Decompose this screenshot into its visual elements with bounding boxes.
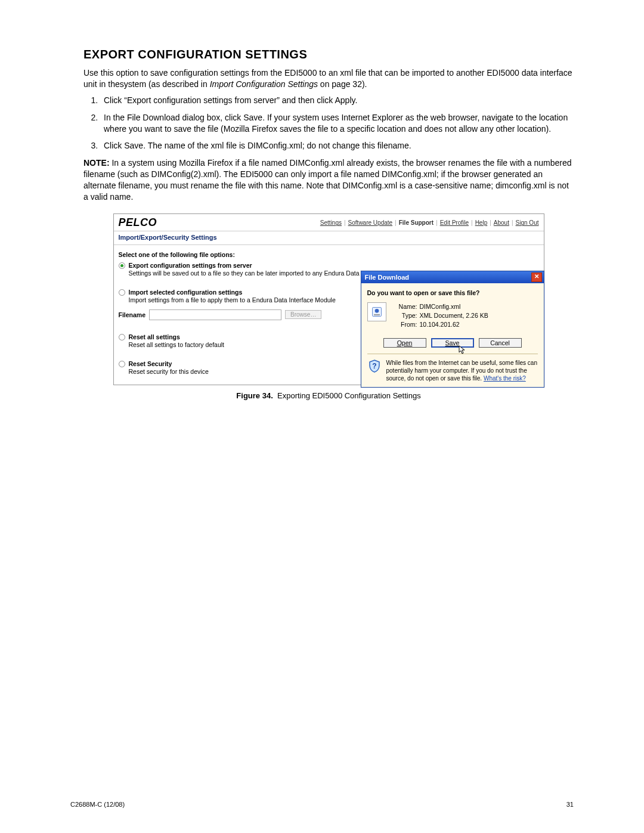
- dialog-title: File Download: [365, 274, 410, 281]
- dialog-titlebar[interactable]: File Download ✕: [361, 271, 544, 283]
- dialog-save-button[interactable]: Save: [431, 338, 474, 348]
- app-screenshot: PELCO Settings| Software Update| File Su…: [113, 213, 544, 385]
- nav-sign-out[interactable]: Sign Out: [516, 219, 539, 226]
- top-nav: Settings| Software Update| File Support|…: [320, 219, 539, 226]
- dialog-close-button[interactable]: ✕: [531, 272, 542, 282]
- nav-edit-profile[interactable]: Edit Profile: [440, 219, 469, 226]
- dialog-file-details: Name:DIMConfig.xml Type:XML Document, 2.…: [392, 302, 488, 330]
- radio-import-label[interactable]: Import selected configuration settings: [129, 289, 243, 296]
- svg-rect-2: [374, 314, 380, 315]
- section-title: EXPORT CONFIGURATION SETTINGS: [83, 48, 574, 61]
- step-2: In the File Download dialog box, click S…: [100, 112, 574, 135]
- note-label: NOTE:: [83, 158, 110, 168]
- figure-caption-prefix: Figure 34.: [236, 391, 273, 400]
- shield-icon: ?: [367, 359, 382, 373]
- steps-list: Click “Export configuration settings fro…: [83, 95, 574, 152]
- note-paragraph: NOTE: In a system using Mozilla Firefox …: [83, 157, 574, 203]
- svg-text:?: ?: [372, 362, 376, 370]
- app-header: PELCO Settings| Software Update| File Su…: [114, 214, 544, 231]
- step-1: Click “Export configuration settings fro…: [100, 95, 574, 106]
- pelco-logo: PELCO: [119, 216, 157, 229]
- nav-about[interactable]: About: [494, 219, 509, 226]
- figure-caption: Figure 34. Exporting EDI5000 Configurati…: [113, 391, 544, 400]
- dialog-warning-text: While files from the Internet can be use…: [386, 359, 538, 382]
- whats-the-risk-link[interactable]: What's the risk?: [484, 375, 526, 382]
- dialog-cancel-button[interactable]: Cancel: [479, 338, 522, 348]
- nav-settings[interactable]: Settings: [320, 219, 342, 226]
- nav-software-update[interactable]: Software Update: [348, 219, 393, 226]
- radio-export-label[interactable]: Export configuration settings from serve…: [129, 262, 252, 269]
- dialog-question: Do you want to open or save this file?: [367, 289, 538, 296]
- radio-reset-all-label[interactable]: Reset all settings: [129, 333, 180, 340]
- step-3: Click Save. The name of the xml file is …: [100, 140, 574, 151]
- options-title: Select one of the following file options…: [119, 251, 539, 258]
- xml-file-icon: [367, 302, 386, 321]
- page-footer: C2688M-C (12/08) 31: [70, 801, 574, 808]
- dialog-open-button[interactable]: Open: [383, 338, 426, 348]
- radio-import[interactable]: [119, 289, 125, 296]
- browse-button[interactable]: Browse…: [285, 310, 321, 319]
- type-key: Type:: [392, 311, 417, 320]
- name-key: Name:: [392, 302, 417, 311]
- figure-caption-text: Exporting EDI5000 Configuration Settings: [277, 391, 421, 400]
- name-value: DIMConfig.xml: [420, 303, 461, 310]
- filename-label: Filename: [119, 311, 146, 318]
- footer-doc-id: C2688M-C (12/08): [70, 801, 125, 808]
- svg-point-1: [374, 309, 379, 313]
- radio-reset-all[interactable]: [119, 334, 125, 340]
- type-value: XML Document, 2.26 KB: [420, 312, 488, 319]
- cursor-icon: [459, 345, 466, 355]
- figure-34: PELCO Settings| Software Update| File Su…: [113, 213, 544, 400]
- radio-export[interactable]: [119, 262, 125, 269]
- from-value: 10.104.201.62: [420, 321, 460, 328]
- intro-paragraph: Use this option to save configuration se…: [83, 67, 574, 90]
- app-body: Select one of the following file options…: [114, 245, 544, 385]
- radio-reset-security[interactable]: [119, 361, 125, 367]
- nav-help[interactable]: Help: [475, 219, 488, 226]
- close-icon: ✕: [534, 273, 539, 280]
- intro-italic: Import Configuration Settings: [210, 79, 318, 89]
- filename-input[interactable]: [149, 309, 281, 320]
- intro-text-2: on page 32).: [318, 79, 367, 89]
- from-key: From:: [392, 320, 417, 329]
- radio-reset-security-label[interactable]: Reset Security: [129, 360, 172, 367]
- note-body: In a system using Mozilla Firefox if a f…: [83, 158, 572, 202]
- file-download-dialog: File Download ✕ Do you want to open or s…: [361, 271, 544, 388]
- footer-page-number: 31: [566, 801, 574, 808]
- page-subhead: Import/Export/Security Settings: [114, 231, 544, 244]
- nav-file-support[interactable]: File Support: [399, 219, 434, 226]
